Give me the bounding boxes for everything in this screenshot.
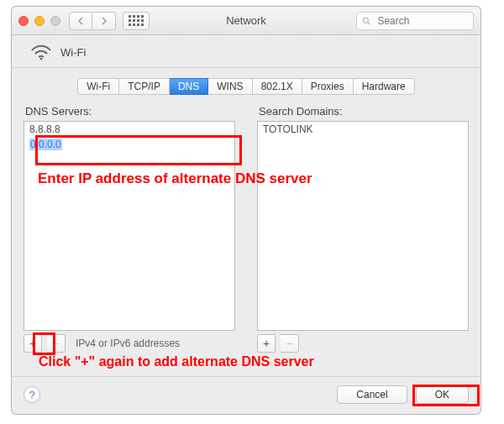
interface-label: Wi-Fi: [60, 46, 86, 59]
svg-point-0: [363, 18, 368, 23]
nav-buttons: [69, 12, 116, 30]
tab-wins[interactable]: WINS: [208, 78, 252, 95]
grid-icon: [129, 15, 144, 26]
list-item[interactable]: 8.8.8.8: [24, 122, 234, 137]
list-item-editing[interactable]: 0.0.0.0: [24, 137, 234, 152]
back-button[interactable]: [69, 12, 92, 30]
search-domains-list[interactable]: TOTOLINK: [257, 121, 469, 331]
forward-button[interactable]: [92, 12, 116, 30]
tab-wifi[interactable]: Wi-Fi: [77, 78, 119, 95]
ok-button[interactable]: OK: [416, 385, 469, 404]
tab-proxies[interactable]: Proxies: [302, 78, 354, 95]
dns-servers-list[interactable]: 8.8.8.8 0.0.0.0: [24, 121, 235, 331]
cancel-button[interactable]: Cancel: [337, 385, 407, 404]
zoom-window-button[interactable]: [50, 16, 60, 26]
chevron-right-icon: [101, 17, 108, 25]
tab-tcpip[interactable]: TCP/IP: [119, 78, 170, 95]
show-all-button[interactable]: [123, 12, 150, 30]
window-title: Network: [226, 14, 266, 27]
list-item[interactable]: TOTOLINK: [258, 122, 468, 137]
search-input[interactable]: [375, 14, 468, 28]
preferences-window: Network Wi-Fi Wi-Fi TCP/IP DNS WINS 802.…: [11, 6, 481, 415]
dns-servers-label: DNS Servers:: [25, 105, 235, 118]
dns-add-button[interactable]: +: [24, 334, 42, 353]
close-window-button[interactable]: [18, 16, 29, 26]
tab-8021x[interactable]: 802.1X: [253, 78, 302, 95]
search-domains-label: Search Domains:: [259, 105, 469, 118]
tab-dns[interactable]: DNS: [170, 78, 208, 95]
chevron-left-icon: [77, 17, 84, 25]
svg-point-2: [40, 58, 43, 60]
dns-hint: IPv4 or IPv6 addresses: [76, 338, 180, 349]
search-icon: [362, 16, 370, 26]
wifi-icon: [30, 44, 52, 60]
divider: [12, 67, 480, 68]
tabbar: Wi-Fi TCP/IP DNS WINS 802.1X Proxies Har…: [24, 78, 469, 95]
minimize-window-button[interactable]: [34, 16, 45, 26]
tab-hardware[interactable]: Hardware: [354, 78, 415, 95]
interface-header: Wi-Fi: [30, 44, 469, 60]
footer-divider: [12, 376, 480, 377]
domain-remove-button[interactable]: −: [281, 334, 299, 353]
svg-line-1: [368, 22, 370, 24]
window-controls: [18, 16, 60, 26]
dns-remove-button[interactable]: −: [47, 334, 66, 353]
search-field[interactable]: [356, 12, 474, 30]
help-button[interactable]: ?: [24, 386, 40, 403]
domain-add-button[interactable]: +: [257, 334, 276, 353]
titlebar: Network: [12, 7, 480, 35]
